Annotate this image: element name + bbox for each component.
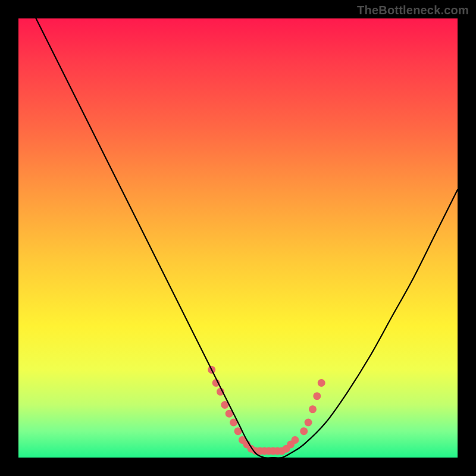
highlight-dot (318, 379, 325, 387)
highlight-dot (291, 436, 299, 444)
highlight-dot (309, 405, 317, 413)
bottleneck-curve (18, 0, 458, 458)
chart-svg (18, 18, 458, 458)
highlight-dot (300, 427, 308, 435)
watermark-text: TheBottleneck.com (357, 4, 469, 17)
highlight-dot (313, 392, 321, 400)
plot-area (18, 18, 458, 458)
highlight-dot (305, 419, 312, 427)
frame: TheBottleneck.com (0, 0, 476, 476)
